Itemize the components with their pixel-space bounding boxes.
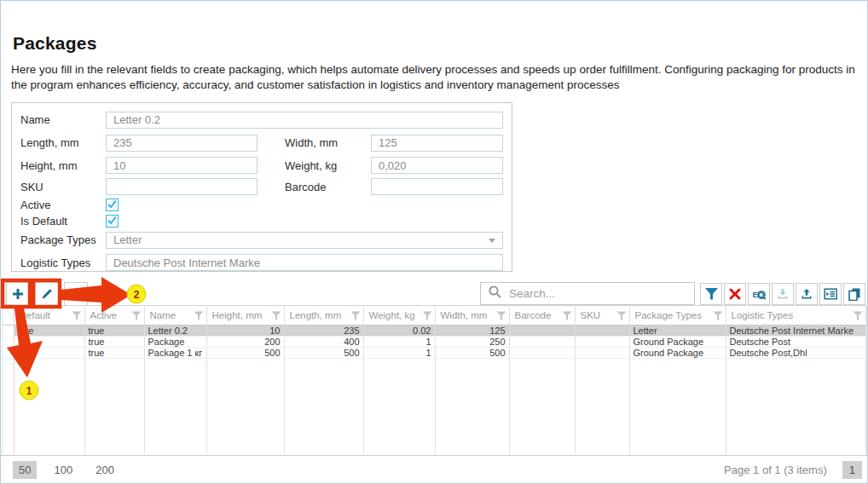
page-size-50[interactable]: 50	[13, 461, 37, 479]
active-checkbox[interactable]	[106, 199, 119, 211]
package-types-select[interactable]	[106, 232, 503, 249]
empty-cell	[363, 359, 435, 454]
column-header-height[interactable]: Height, mm	[206, 306, 284, 326]
cell-length: 235	[284, 326, 363, 337]
search-input[interactable]	[509, 287, 687, 300]
cell-default	[14, 348, 84, 359]
column-filter-icon[interactable]	[422, 311, 432, 320]
column-header-length[interactable]: Length, mm	[284, 306, 363, 326]
length-field[interactable]	[106, 135, 258, 152]
cell-barcode	[509, 337, 575, 348]
page-size-200[interactable]: 200	[90, 461, 120, 479]
cell-logistic_types: Deutsche Post	[726, 337, 866, 348]
edit-button[interactable]	[35, 282, 59, 306]
column-header-width[interactable]: Width, mm	[435, 306, 509, 326]
column-header-weight[interactable]: Weight, kg	[363, 306, 435, 326]
filter-button[interactable]	[700, 283, 722, 305]
export-button[interactable]	[796, 283, 818, 305]
empty-cell	[575, 359, 629, 454]
column-filter-icon[interactable]	[194, 311, 204, 320]
column-header-barcode[interactable]: Barcode	[509, 306, 575, 326]
page-number-button[interactable]: 1	[842, 461, 862, 479]
column-filter-icon[interactable]	[562, 311, 572, 320]
barcode-field[interactable]	[371, 178, 503, 195]
search-panel-icon: EQ	[752, 287, 767, 301]
column-header-package_types[interactable]: Package Types	[629, 306, 726, 326]
empty-cell	[509, 359, 575, 454]
sku-field[interactable]	[106, 178, 258, 195]
column-header-active[interactable]: Active	[84, 306, 144, 326]
column-label: Barcode	[515, 310, 552, 320]
weight-field[interactable]	[371, 157, 503, 174]
add-button[interactable]	[6, 282, 30, 306]
is-default-checkbox[interactable]	[106, 215, 119, 228]
width-field[interactable]	[371, 135, 503, 152]
empty-cell	[14, 359, 84, 454]
package-types-value[interactable]	[106, 232, 503, 249]
table-row[interactable]: truePackage2004001250Ground PackageDeuts…	[3, 337, 866, 348]
column-filter-icon[interactable]	[616, 311, 627, 320]
name-label: Name	[20, 113, 106, 126]
column-label: Height, mm	[212, 310, 263, 320]
cell-default: true	[14, 326, 84, 337]
column-label: Length, mm	[290, 310, 342, 320]
column-filter-icon[interactable]	[131, 311, 142, 320]
cell-sku	[575, 337, 629, 348]
is-default-label: Is Default	[20, 215, 106, 228]
filter-icon	[704, 287, 719, 301]
cell-sku	[575, 326, 629, 337]
empty-cell	[144, 359, 206, 454]
cell-active: true	[84, 337, 144, 348]
column-chooser-button[interactable]	[819, 283, 842, 305]
search-box[interactable]	[480, 282, 695, 305]
column-header-default[interactable]: Default	[14, 306, 84, 326]
column-label: Logistic Types	[732, 310, 794, 320]
cell-package_types: Ground Package	[629, 337, 726, 348]
clear-filter-button[interactable]	[724, 283, 746, 305]
grid-header-row: DefaultActiveNameHeight, mmLength, mmWei…	[3, 306, 866, 326]
cell-weight: 0.02	[363, 326, 435, 337]
column-filter-icon[interactable]	[496, 311, 506, 320]
grid-toolbar: EQ	[6, 281, 865, 306]
cell-width: 125	[435, 326, 509, 337]
sku-label: SKU	[20, 181, 106, 193]
grid-footer: 50100200 Page 1 of 1 (3 items) 1	[1, 455, 867, 484]
weight-label: Weight, kg	[258, 159, 371, 172]
column-filter-icon[interactable]	[72, 311, 82, 320]
column-label: SKU	[581, 310, 601, 320]
name-field[interactable]	[106, 112, 503, 129]
table-row[interactable]: truePackage 1 кг5005001500Ground Package…	[3, 348, 866, 359]
column-filter-icon[interactable]	[271, 311, 281, 320]
packages-page: Packages Here you fill in the relevant f…	[0, 0, 868, 484]
copy-button[interactable]	[843, 283, 865, 305]
column-filter-icon[interactable]	[853, 311, 863, 320]
page-size-100[interactable]: 100	[48, 461, 78, 479]
import-button[interactable]	[772, 283, 794, 305]
page-title: Packages	[13, 33, 97, 54]
cell-sku	[575, 348, 629, 359]
search-icon	[488, 285, 502, 302]
cell-name: Package 1 кг	[144, 348, 206, 359]
empty-cell	[726, 359, 866, 454]
column-filter-icon[interactable]	[350, 311, 361, 320]
cell-weight: 1	[363, 348, 435, 359]
empty-cell	[84, 359, 144, 454]
column-header-sku[interactable]: SKU	[575, 306, 629, 326]
column-header-logistic_types[interactable]: Logistic Types	[726, 306, 866, 326]
column-header-name[interactable]: Name	[144, 306, 206, 326]
row-indicator-cell	[3, 348, 14, 359]
cell-logistic_types: Deutsche Post,Dhl	[726, 348, 866, 359]
table-row[interactable]: truetrueLetter 0.2102350.02125LetterDeut…	[3, 326, 866, 337]
cell-name: Package	[144, 337, 206, 348]
delete-button[interactable]	[64, 282, 88, 306]
empty-cell	[435, 359, 509, 454]
column-filter-icon[interactable]	[713, 311, 723, 320]
packages-grid: DefaultActiveNameHeight, mmLength, mmWei…	[2, 305, 867, 455]
cell-weight: 1	[363, 337, 435, 348]
search-panel-button[interactable]: EQ	[748, 283, 770, 305]
cell-width: 250	[435, 337, 509, 348]
logistic-types-field[interactable]	[106, 254, 503, 271]
active-label: Active	[20, 199, 106, 211]
height-field[interactable]	[106, 157, 258, 174]
cell-active: true	[84, 326, 144, 337]
